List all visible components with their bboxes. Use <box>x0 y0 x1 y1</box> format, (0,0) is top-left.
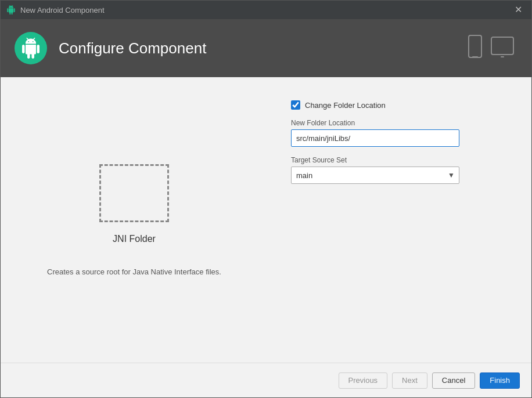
finish-button[interactable]: Finish <box>480 372 520 389</box>
tablet-icon <box>491 35 517 61</box>
android-title-icon <box>6 5 16 15</box>
previous-button[interactable]: Previous <box>339 372 388 389</box>
dialog: New Android Component ✕ Configure Compon… <box>0 0 532 398</box>
target-source-set-wrapper: main test androidTest ▼ <box>291 167 459 184</box>
android-logo-icon <box>20 38 41 59</box>
folder-label: JNI Folder <box>113 234 156 244</box>
target-source-set-select[interactable]: main test androidTest <box>291 167 459 184</box>
title-bar-left: New Android Component <box>6 5 105 15</box>
title-bar: New Android Component ✕ <box>1 1 531 19</box>
left-panel: JNI Folder Creates a source root for Jav… <box>1 77 268 363</box>
svg-rect-3 <box>501 56 504 57</box>
folder-preview-box <box>99 164 169 222</box>
right-panel: Change Folder Location New Folder Locati… <box>268 77 531 363</box>
target-source-set-label: Target Source Set <box>291 156 508 164</box>
next-button[interactable]: Next <box>392 372 427 389</box>
svg-rect-0 <box>469 35 481 57</box>
header-left: Configure Component <box>15 32 206 64</box>
folder-location-input[interactable] <box>291 129 459 147</box>
description-text: Creates a source root for Java Native In… <box>47 267 221 276</box>
footer: Previous Next Cancel Finish <box>1 363 531 397</box>
svg-rect-2 <box>491 37 513 55</box>
change-folder-label: Change Folder Location <box>305 101 386 110</box>
folder-location-field-group: New Folder Location <box>291 119 508 147</box>
header-title: Configure Component <box>59 39 206 57</box>
checkbox-row: Change Folder Location <box>291 100 508 110</box>
content: JNI Folder Creates a source root for Jav… <box>1 77 531 363</box>
cancel-button[interactable]: Cancel <box>432 372 475 389</box>
change-folder-checkbox[interactable] <box>291 100 300 110</box>
folder-location-label: New Folder Location <box>291 119 508 127</box>
device-icon <box>468 35 517 61</box>
svg-rect-1 <box>472 56 478 57</box>
header: Configure Component <box>1 19 531 77</box>
title-bar-text: New Android Component <box>20 6 105 15</box>
close-button[interactable]: ✕ <box>511 4 526 16</box>
target-source-set-field-group: Target Source Set main test androidTest … <box>291 156 508 184</box>
phone-icon <box>468 35 488 61</box>
android-logo <box>15 32 47 64</box>
